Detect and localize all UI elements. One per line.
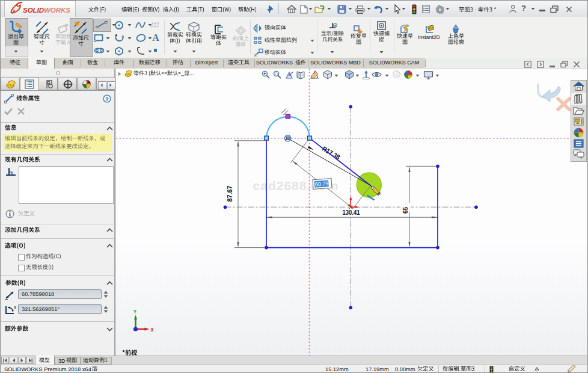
svg-text:a: a xyxy=(14,305,16,309)
svg-text:130.41: 130.41 xyxy=(343,209,360,216)
svg-text:X: X xyxy=(151,327,155,333)
svg-text:60.79: 60.79 xyxy=(314,180,328,188)
svg-text:R17.38: R17.38 xyxy=(321,145,341,161)
svg-text:A: A xyxy=(152,32,159,43)
svg-text:87.67: 87.67 xyxy=(226,186,233,202)
svg-text:65: 65 xyxy=(402,207,409,214)
svg-text:Y: Y xyxy=(133,309,137,315)
svg-text:?: ? xyxy=(105,96,109,102)
